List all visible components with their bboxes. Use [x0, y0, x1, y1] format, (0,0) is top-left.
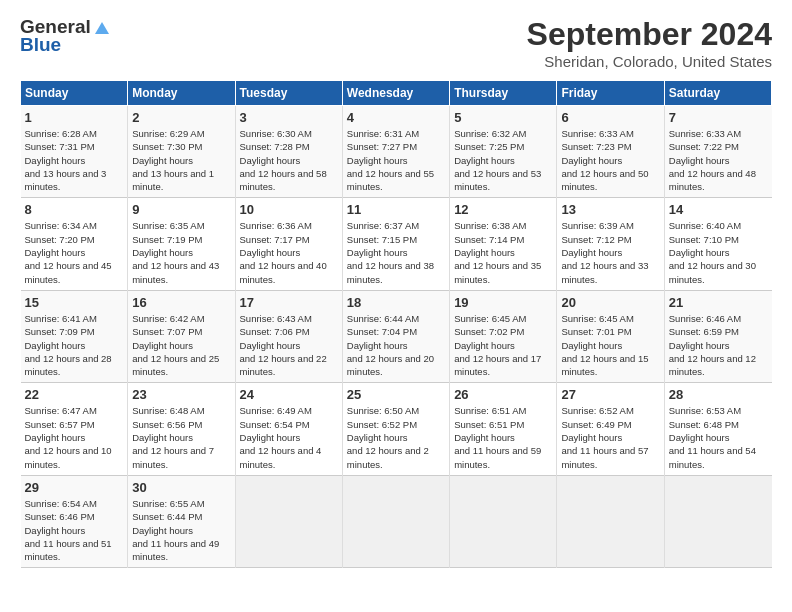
col-thursday: Thursday: [450, 81, 557, 106]
day-info: Sunrise: 6:53 AMSunset: 6:48 PMDaylight …: [669, 404, 768, 470]
svg-marker-0: [95, 22, 109, 34]
calendar-cell: 30Sunrise: 6:55 AMSunset: 6:44 PMDayligh…: [128, 475, 235, 567]
subtitle: Sheridan, Colorado, United States: [527, 53, 772, 70]
header-row: Sunday Monday Tuesday Wednesday Thursday…: [21, 81, 772, 106]
day-number: 5: [454, 110, 552, 125]
day-number: 30: [132, 480, 230, 495]
calendar-cell: 15Sunrise: 6:41 AMSunset: 7:09 PMDayligh…: [21, 290, 128, 382]
calendar-cell: 26Sunrise: 6:51 AMSunset: 6:51 PMDayligh…: [450, 383, 557, 475]
day-number: 23: [132, 387, 230, 402]
day-number: 3: [240, 110, 338, 125]
day-number: 11: [347, 202, 445, 217]
title-area: September 2024 Sheridan, Colorado, Unite…: [527, 16, 772, 70]
header-area: General Blue September 2024 Sheridan, Co…: [20, 16, 772, 70]
day-number: 14: [669, 202, 768, 217]
day-number: 9: [132, 202, 230, 217]
day-number: 20: [561, 295, 659, 310]
day-number: 12: [454, 202, 552, 217]
calendar-cell: 27Sunrise: 6:52 AMSunset: 6:49 PMDayligh…: [557, 383, 664, 475]
day-info: Sunrise: 6:43 AMSunset: 7:06 PMDaylight …: [240, 312, 338, 378]
day-info: Sunrise: 6:45 AMSunset: 7:02 PMDaylight …: [454, 312, 552, 378]
calendar-cell: 7Sunrise: 6:33 AMSunset: 7:22 PMDaylight…: [664, 106, 771, 198]
calendar-cell: 9Sunrise: 6:35 AMSunset: 7:19 PMDaylight…: [128, 198, 235, 290]
day-number: 8: [25, 202, 124, 217]
day-number: 2: [132, 110, 230, 125]
day-info: Sunrise: 6:40 AMSunset: 7:10 PMDaylight …: [669, 219, 768, 285]
calendar-cell: [342, 475, 449, 567]
calendar-week-row: 15Sunrise: 6:41 AMSunset: 7:09 PMDayligh…: [21, 290, 772, 382]
logo: General Blue: [20, 16, 111, 56]
calendar-cell: 28Sunrise: 6:53 AMSunset: 6:48 PMDayligh…: [664, 383, 771, 475]
calendar-week-row: 1Sunrise: 6:28 AMSunset: 7:31 PMDaylight…: [21, 106, 772, 198]
day-number: 1: [25, 110, 124, 125]
calendar-cell: 17Sunrise: 6:43 AMSunset: 7:06 PMDayligh…: [235, 290, 342, 382]
calendar-cell: 24Sunrise: 6:49 AMSunset: 6:54 PMDayligh…: [235, 383, 342, 475]
day-info: Sunrise: 6:38 AMSunset: 7:14 PMDaylight …: [454, 219, 552, 285]
day-number: 28: [669, 387, 768, 402]
col-wednesday: Wednesday: [342, 81, 449, 106]
day-number: 26: [454, 387, 552, 402]
day-info: Sunrise: 6:49 AMSunset: 6:54 PMDaylight …: [240, 404, 338, 470]
calendar-cell: [235, 475, 342, 567]
day-info: Sunrise: 6:29 AMSunset: 7:30 PMDaylight …: [132, 127, 230, 193]
calendar-cell: 4Sunrise: 6:31 AMSunset: 7:27 PMDaylight…: [342, 106, 449, 198]
day-number: 18: [347, 295, 445, 310]
calendar-cell: 6Sunrise: 6:33 AMSunset: 7:23 PMDaylight…: [557, 106, 664, 198]
calendar-cell: [664, 475, 771, 567]
day-info: Sunrise: 6:52 AMSunset: 6:49 PMDaylight …: [561, 404, 659, 470]
day-number: 24: [240, 387, 338, 402]
day-number: 27: [561, 387, 659, 402]
day-info: Sunrise: 6:41 AMSunset: 7:09 PMDaylight …: [25, 312, 124, 378]
day-info: Sunrise: 6:42 AMSunset: 7:07 PMDaylight …: [132, 312, 230, 378]
day-info: Sunrise: 6:28 AMSunset: 7:31 PMDaylight …: [25, 127, 124, 193]
day-number: 21: [669, 295, 768, 310]
calendar-cell: 12Sunrise: 6:38 AMSunset: 7:14 PMDayligh…: [450, 198, 557, 290]
col-tuesday: Tuesday: [235, 81, 342, 106]
calendar-cell: 16Sunrise: 6:42 AMSunset: 7:07 PMDayligh…: [128, 290, 235, 382]
day-info: Sunrise: 6:48 AMSunset: 6:56 PMDaylight …: [132, 404, 230, 470]
calendar-cell: 8Sunrise: 6:34 AMSunset: 7:20 PMDaylight…: [21, 198, 128, 290]
col-sunday: Sunday: [21, 81, 128, 106]
day-number: 7: [669, 110, 768, 125]
col-friday: Friday: [557, 81, 664, 106]
calendar-week-row: 22Sunrise: 6:47 AMSunset: 6:57 PMDayligh…: [21, 383, 772, 475]
calendar-cell: 22Sunrise: 6:47 AMSunset: 6:57 PMDayligh…: [21, 383, 128, 475]
calendar-cell: 2Sunrise: 6:29 AMSunset: 7:30 PMDaylight…: [128, 106, 235, 198]
day-number: 22: [25, 387, 124, 402]
logo-triangle-icon: [93, 18, 111, 36]
calendar-cell: 10Sunrise: 6:36 AMSunset: 7:17 PMDayligh…: [235, 198, 342, 290]
page: General Blue September 2024 Sheridan, Co…: [0, 0, 792, 612]
day-number: 17: [240, 295, 338, 310]
day-info: Sunrise: 6:55 AMSunset: 6:44 PMDaylight …: [132, 497, 230, 563]
day-info: Sunrise: 6:33 AMSunset: 7:22 PMDaylight …: [669, 127, 768, 193]
day-info: Sunrise: 6:51 AMSunset: 6:51 PMDaylight …: [454, 404, 552, 470]
day-info: Sunrise: 6:37 AMSunset: 7:15 PMDaylight …: [347, 219, 445, 285]
day-number: 16: [132, 295, 230, 310]
col-saturday: Saturday: [664, 81, 771, 106]
calendar-cell: 13Sunrise: 6:39 AMSunset: 7:12 PMDayligh…: [557, 198, 664, 290]
day-info: Sunrise: 6:31 AMSunset: 7:27 PMDaylight …: [347, 127, 445, 193]
calendar-cell: 19Sunrise: 6:45 AMSunset: 7:02 PMDayligh…: [450, 290, 557, 382]
day-number: 25: [347, 387, 445, 402]
col-monday: Monday: [128, 81, 235, 106]
main-title: September 2024: [527, 16, 772, 53]
calendar-cell: 5Sunrise: 6:32 AMSunset: 7:25 PMDaylight…: [450, 106, 557, 198]
day-info: Sunrise: 6:34 AMSunset: 7:20 PMDaylight …: [25, 219, 124, 285]
day-info: Sunrise: 6:45 AMSunset: 7:01 PMDaylight …: [561, 312, 659, 378]
calendar-table: Sunday Monday Tuesday Wednesday Thursday…: [20, 80, 772, 568]
day-number: 6: [561, 110, 659, 125]
day-info: Sunrise: 6:33 AMSunset: 7:23 PMDaylight …: [561, 127, 659, 193]
day-info: Sunrise: 6:47 AMSunset: 6:57 PMDaylight …: [25, 404, 124, 470]
calendar-cell: 3Sunrise: 6:30 AMSunset: 7:28 PMDaylight…: [235, 106, 342, 198]
calendar-cell: 18Sunrise: 6:44 AMSunset: 7:04 PMDayligh…: [342, 290, 449, 382]
calendar-cell: 29Sunrise: 6:54 AMSunset: 6:46 PMDayligh…: [21, 475, 128, 567]
calendar-cell: 11Sunrise: 6:37 AMSunset: 7:15 PMDayligh…: [342, 198, 449, 290]
calendar-week-row: 8Sunrise: 6:34 AMSunset: 7:20 PMDaylight…: [21, 198, 772, 290]
calendar-cell: 25Sunrise: 6:50 AMSunset: 6:52 PMDayligh…: [342, 383, 449, 475]
day-info: Sunrise: 6:44 AMSunset: 7:04 PMDaylight …: [347, 312, 445, 378]
logo-blue: Blue: [20, 34, 61, 56]
day-info: Sunrise: 6:54 AMSunset: 6:46 PMDaylight …: [25, 497, 124, 563]
day-number: 29: [25, 480, 124, 495]
calendar-cell: [557, 475, 664, 567]
day-number: 13: [561, 202, 659, 217]
